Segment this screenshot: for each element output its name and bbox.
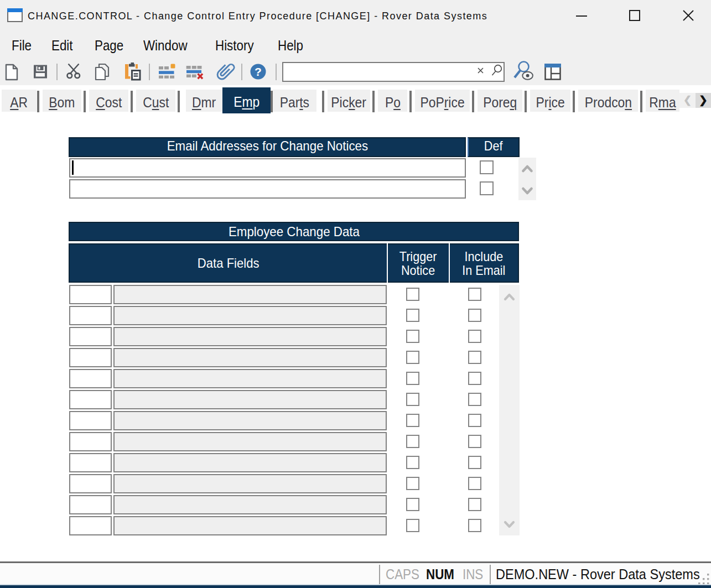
svg-text:?: ? — [255, 65, 262, 78]
